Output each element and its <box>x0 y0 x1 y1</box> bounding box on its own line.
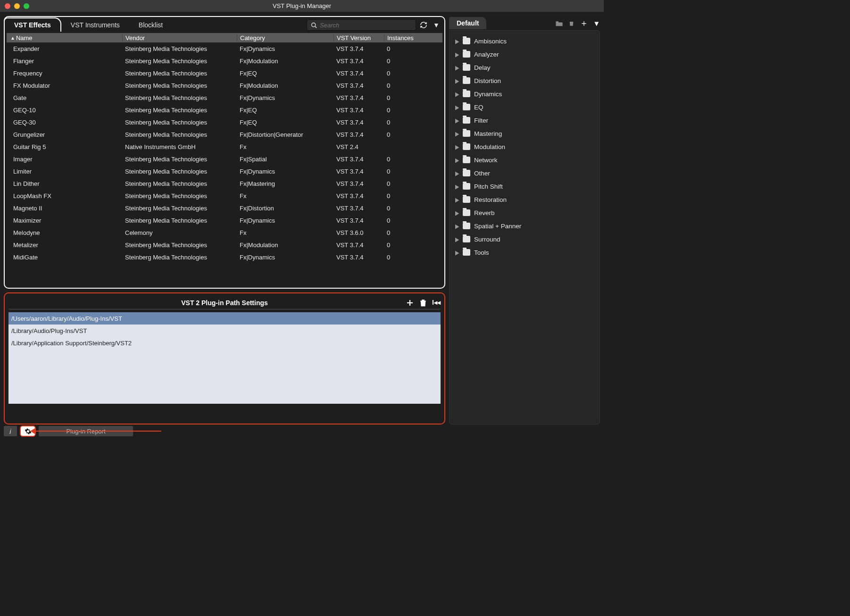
table-row[interactable]: ExpanderSteinberg Media TechnologiesFx|D… <box>7 42 442 55</box>
tab-vst-effects[interactable]: VST Effects <box>4 17 61 32</box>
disclosure-triangle-icon[interactable]: ▶ <box>455 235 459 243</box>
disclosure-triangle-icon[interactable]: ▶ <box>455 249 459 256</box>
table-row[interactable]: Guitar Rig 5Native Instruments GmbHFxVST… <box>7 141 442 153</box>
disclosure-triangle-icon[interactable]: ▶ <box>455 169 459 177</box>
disclosure-triangle-icon[interactable]: ▶ <box>455 209 459 216</box>
svg-point-0 <box>312 23 316 26</box>
cell-vendor: Steinberg Media Technologies <box>122 254 237 261</box>
close-window-button[interactable] <box>5 3 10 9</box>
column-header-name[interactable]: ▲ Name <box>7 34 122 42</box>
tree-item-label: Delay <box>474 64 491 71</box>
delete-path-button[interactable] <box>419 299 427 307</box>
tree-item-label: Other <box>474 170 490 177</box>
folder-icon <box>463 91 470 97</box>
path-row[interactable]: /Library/Application Support/Steinberg/V… <box>8 337 441 349</box>
tree-item-label: Analyzer <box>474 51 499 58</box>
disclosure-triangle-icon[interactable]: ▶ <box>455 183 459 190</box>
table-row[interactable]: FX ModulatorSteinberg Media Technologies… <box>7 79 442 92</box>
table-row[interactable]: GEQ-10Steinberg Media TechnologiesFx|EQV… <box>7 104 442 116</box>
disclosure-triangle-icon[interactable]: ▶ <box>455 156 459 164</box>
table-row[interactable]: MaximizerSteinberg Media TechnologiesFx|… <box>7 214 442 226</box>
tab-vst-instruments[interactable]: VST Instruments <box>61 18 129 32</box>
open-folder-icon[interactable] <box>555 20 563 27</box>
tab-blocklist[interactable]: Blocklist <box>129 18 172 32</box>
column-header-vendor[interactable]: Vendor <box>122 34 237 42</box>
table-row[interactable]: GEQ-30Steinberg Media TechnologiesFx|EQV… <box>7 116 442 128</box>
titlebar: VST Plug-in Manager <box>0 0 604 12</box>
disclosure-triangle-icon[interactable]: ▶ <box>455 222 459 230</box>
table-row[interactable]: LoopMash FXSteinberg Media TechnologiesF… <box>7 190 442 202</box>
disclosure-triangle-icon[interactable]: ▶ <box>455 90 459 98</box>
table-row[interactable]: Magneto IISteinberg Media TechnologiesFx… <box>7 202 442 214</box>
add-path-button[interactable] <box>406 299 414 307</box>
cell-vendor: Steinberg Media Technologies <box>122 45 237 52</box>
tree-item[interactable]: ▶Other <box>453 166 597 180</box>
add-collection-button[interactable]: ＋ <box>580 17 588 29</box>
table-row[interactable]: LimiterSteinberg Media TechnologiesFx|Dy… <box>7 165 442 177</box>
cell-instances: 0 <box>384 156 428 163</box>
disclosure-triangle-icon[interactable]: ▶ <box>455 77 459 84</box>
cell-version: VST 3.7.4 <box>333 45 384 52</box>
table-row[interactable]: GrungelizerSteinberg Media TechnologiesF… <box>7 128 442 141</box>
table-row[interactable]: MidiGateSteinberg Media TechnologiesFx|D… <box>7 251 442 263</box>
collection-dropdown-icon[interactable]: ▼ <box>593 19 600 27</box>
cell-name: Lin Dither <box>7 180 122 187</box>
tree-item[interactable]: ▶Pitch Shift <box>453 180 597 193</box>
tree-item[interactable]: ▶Reverb <box>453 206 597 219</box>
cell-category: Fx|Modulation <box>237 241 333 249</box>
disclosure-triangle-icon[interactable]: ▶ <box>455 117 459 124</box>
table-row[interactable]: FrequencySteinberg Media TechnologiesFx|… <box>7 67 442 79</box>
tree-item[interactable]: ▶Spatial + Panner <box>453 219 597 233</box>
tree-item[interactable]: ▶Surround <box>453 233 597 246</box>
cell-name: Metalizer <box>7 241 122 249</box>
delete-collection-icon[interactable] <box>568 19 575 27</box>
disclosure-triangle-icon[interactable]: ▶ <box>455 37 459 45</box>
disclosure-triangle-icon[interactable]: ▶ <box>455 130 459 137</box>
table-row[interactable]: Lin DitherSteinberg Media TechnologiesFx… <box>7 177 442 190</box>
search-input-wrapper[interactable] <box>307 19 416 31</box>
path-list[interactable]: /Users/aaron/Library/Audio/Plug-Ins/VST/… <box>8 312 441 349</box>
tree-item[interactable]: ▶Ambisonics <box>453 34 597 48</box>
disclosure-triangle-icon[interactable]: ▶ <box>455 50 459 58</box>
table-row[interactable]: GateSteinberg Media TechnologiesFx|Dynam… <box>7 92 442 104</box>
column-header-category[interactable]: Category <box>237 34 333 42</box>
tree-item[interactable]: ▶Mastering <box>453 127 597 140</box>
table-row[interactable]: MelodyneCelemonyFxVST 3.6.00 <box>7 226 442 239</box>
table-row[interactable]: FlangerSteinberg Media TechnologiesFx|Mo… <box>7 55 442 67</box>
path-row[interactable]: /Library/Audio/Plug-Ins/VST <box>8 325 441 337</box>
column-header-instances[interactable]: Instances <box>384 34 428 42</box>
disclosure-triangle-icon[interactable]: ▶ <box>455 143 459 150</box>
tree-item[interactable]: ▶Network <box>453 153 597 166</box>
maximize-window-button[interactable] <box>24 3 29 9</box>
cell-instances: 0 <box>384 58 428 65</box>
minimize-window-button[interactable] <box>14 3 20 9</box>
tree-item[interactable]: ▶Dynamics <box>453 87 597 100</box>
reset-paths-button[interactable]: I◂◂ <box>432 299 441 307</box>
disclosure-triangle-icon[interactable]: ▶ <box>455 64 459 71</box>
column-header-version[interactable]: VST Version <box>333 34 384 42</box>
info-button[interactable]: i <box>4 426 17 436</box>
cell-vendor: Steinberg Media Technologies <box>122 58 237 65</box>
refresh-icon[interactable] <box>420 21 430 29</box>
table-row[interactable]: ImagerSteinberg Media TechnologiesFx|Spa… <box>7 153 442 165</box>
table-row[interactable]: MetalizerSteinberg Media TechnologiesFx|… <box>7 239 442 251</box>
disclosure-triangle-icon[interactable]: ▶ <box>455 196 459 203</box>
tree-item[interactable]: ▶Delay <box>453 61 597 74</box>
category-tree[interactable]: ▶Ambisonics▶Analyzer▶Delay▶Distortion▶Dy… <box>449 30 600 425</box>
cell-name: Limiter <box>7 168 122 175</box>
tree-item[interactable]: ▶Restoration <box>453 193 597 206</box>
plugin-table-body[interactable]: ExpanderSteinberg Media TechnologiesFx|D… <box>7 42 442 285</box>
tree-item[interactable]: ▶EQ <box>453 100 597 114</box>
tree-item[interactable]: ▶Modulation <box>453 140 597 153</box>
collection-tab-default[interactable]: Default <box>449 17 486 29</box>
tree-item[interactable]: ▶Distortion <box>453 74 597 87</box>
tree-item[interactable]: ▶Tools <box>453 246 597 259</box>
tree-item[interactable]: ▶Filter <box>453 114 597 127</box>
folder-icon <box>463 183 470 190</box>
cell-name: Guitar Rig 5 <box>7 143 122 150</box>
tree-item[interactable]: ▶Analyzer <box>453 48 597 61</box>
disclosure-triangle-icon[interactable]: ▶ <box>455 103 459 111</box>
search-input[interactable] <box>320 22 412 29</box>
path-row[interactable]: /Users/aaron/Library/Audio/Plug-Ins/VST <box>8 312 441 325</box>
dropdown-icon[interactable]: ▼ <box>431 21 442 29</box>
